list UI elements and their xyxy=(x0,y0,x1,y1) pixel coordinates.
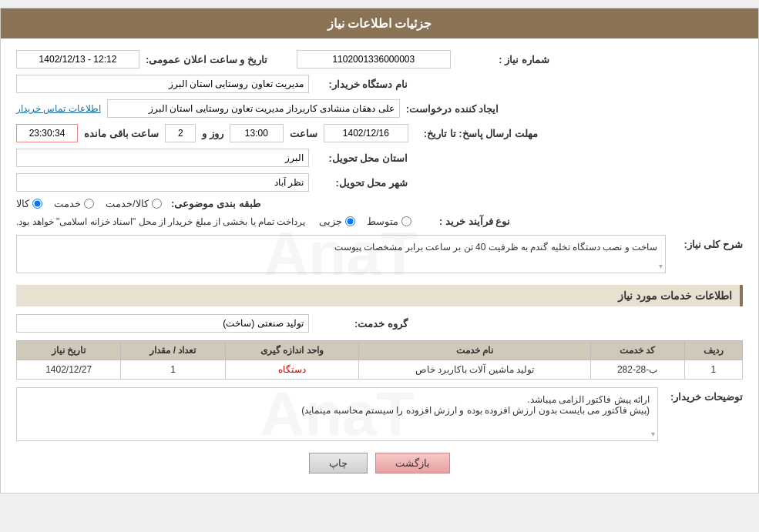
process-option-motavasset[interactable]: متوسط xyxy=(367,216,411,227)
buyer-comments-box: AnaT ارائه پیش فاکتور الزامی میباشد. (پی… xyxy=(16,387,658,441)
cell-row-num: 1 xyxy=(684,360,743,380)
process-option-jozyi[interactable]: جزیی xyxy=(319,216,355,227)
buttons-row: بازگشت چاپ xyxy=(16,453,743,473)
print-button[interactable]: چاپ xyxy=(309,453,368,473)
cell-service-code: ب-28-282 xyxy=(590,360,684,380)
need-number-input[interactable] xyxy=(297,50,451,69)
category-option-kala[interactable]: کالا xyxy=(16,198,42,209)
col-service-name: نام خدمت xyxy=(358,341,590,360)
col-unit: واحد اندازه گیری xyxy=(225,341,358,360)
col-date: تاریخ نیاز xyxy=(17,341,121,360)
city-label: شهر محل تحویل: xyxy=(315,177,408,189)
creator-label: ایجاد کننده درخواست: xyxy=(406,103,499,115)
process-radio-group: متوسط جزیی xyxy=(319,216,411,227)
buyer-comments-content: ارائه پیش فاکتور الزامی میباشد. (پیش فاک… xyxy=(25,394,650,416)
cell-date: 1402/12/27 xyxy=(17,360,121,380)
table-row: 1 ب-28-282 تولید ماشین آلات باکاربرد خاص… xyxy=(17,360,743,380)
category-radio-khedmat[interactable] xyxy=(84,199,94,209)
services-section-title: اطلاعات خدمات مورد نیاز xyxy=(16,285,743,306)
send-deadline-label: مهلت ارسال پاسخ: تا تاریخ: xyxy=(415,128,538,139)
page-header: جزئیات اطلاعات نیاز xyxy=(1,8,758,38)
process-label: نوع فرآیند خرید : xyxy=(418,216,510,227)
service-group-input[interactable] xyxy=(16,314,309,333)
category-radio-kala[interactable] xyxy=(32,199,42,209)
city-input[interactable] xyxy=(16,173,309,192)
col-row-num: ردیف xyxy=(684,341,743,360)
deadline-date-input[interactable] xyxy=(324,124,408,142)
need-number-label: شماره نیاز : xyxy=(457,54,549,65)
time-input[interactable] xyxy=(230,124,284,142)
cell-quantity: 1 xyxy=(121,360,225,380)
buyer-name-input[interactable] xyxy=(16,75,309,93)
header-title: جزئیات اطلاعات نیاز xyxy=(327,17,432,30)
time-label: ساعت xyxy=(290,128,317,139)
cell-unit: دستگاه xyxy=(225,360,358,380)
announcement-date-input[interactable] xyxy=(16,50,139,69)
cell-service-name: تولید ماشین آلات باکاربرد خاص xyxy=(358,360,590,380)
days-input[interactable] xyxy=(165,124,196,142)
buyer-name-label: نام دستگاه خریدار: xyxy=(315,79,408,90)
col-quantity: تعداد / مقدار xyxy=(121,341,225,360)
col-service-code: کد خدمت xyxy=(590,341,684,360)
days-label: روز و xyxy=(202,128,223,139)
province-input[interactable] xyxy=(16,149,309,167)
contact-link[interactable]: اطلاعات تماس خریدار xyxy=(16,103,101,114)
services-table-section: ردیف کد خدمت نام خدمت واحد اندازه گیری ت… xyxy=(16,340,743,380)
category-radio-group: کالا/خدمت خدمت کالا xyxy=(16,198,162,209)
description-content: ساخت و نصب دستگاه تخلیه گندم به ظرفیت 40… xyxy=(25,242,657,253)
buyer-comments-label: توضیحات خریدار: xyxy=(666,387,743,403)
process-radio-jozyi[interactable] xyxy=(345,216,355,226)
watermark: AnaT xyxy=(264,219,418,289)
announcement-date-label: تاریخ و ساعت اعلان عمومی: xyxy=(146,54,267,65)
creator-input[interactable] xyxy=(107,99,400,118)
services-table: ردیف کد خدمت نام خدمت واحد اندازه گیری ت… xyxy=(16,340,743,380)
remaining-label: ساعت باقی مانده xyxy=(84,128,159,139)
process-note: پرداخت تمام یا بخشی از مبلغ خریدار از مح… xyxy=(16,216,305,227)
province-label: استان محل تحویل: xyxy=(315,152,408,164)
category-option-kala-khedmat[interactable]: کالا/خدمت xyxy=(106,198,162,209)
category-option-khedmat[interactable]: خدمت xyxy=(54,198,94,209)
category-label: طبقه بندی موضوعی: xyxy=(168,198,260,209)
description-label: شرح کلی نیاز: xyxy=(673,235,743,250)
process-radio-motavasset[interactable] xyxy=(401,216,411,226)
back-button[interactable]: بازگشت xyxy=(375,453,450,473)
category-radio-kala-khedmat[interactable] xyxy=(152,199,162,209)
remaining-input[interactable] xyxy=(16,124,78,142)
service-group-label: گروه خدمت: xyxy=(315,318,408,330)
